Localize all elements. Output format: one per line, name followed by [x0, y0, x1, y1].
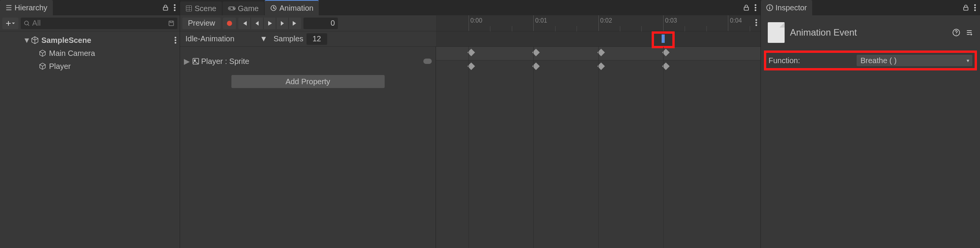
svg-point-15	[755, 7, 757, 9]
inspector-panel: Inspector Animation Event Functi	[761, 0, 980, 248]
svg-point-11	[234, 8, 234, 9]
hierarchy-toolbar	[0, 15, 180, 31]
inspector-body: Animation Event Function: Breathe ( )	[761, 15, 980, 73]
svg-point-3	[174, 10, 176, 11]
grid-icon	[185, 5, 192, 12]
first-frame-button[interactable]	[238, 18, 251, 29]
property-value-pill[interactable]	[423, 59, 432, 64]
clip-dropdown[interactable]: Idle-Animation ▼	[182, 33, 270, 45]
ruler-tick: 0:03	[663, 15, 677, 31]
highlight-function-row: Function: Breathe ( )	[764, 51, 977, 70]
svg-point-16	[755, 10, 757, 11]
svg-point-30	[974, 7, 976, 9]
svg-rect-26	[769, 7, 770, 10]
timeline-ruler[interactable]: 0:000:010:020:030:04	[436, 15, 760, 31]
kebab-icon[interactable]	[174, 37, 177, 44]
clock-icon	[270, 5, 277, 11]
property-label: Player : Sprite	[201, 57, 249, 66]
preset-icon[interactable]	[965, 29, 973, 36]
scene-row[interactable]: ▼ SampleScene	[0, 34, 180, 47]
property-row[interactable]: ▶ Player : Sprite	[180, 54, 436, 68]
svg-rect-28	[964, 7, 968, 10]
samples-input[interactable]: 12	[306, 33, 327, 45]
lock-icon[interactable]	[743, 4, 750, 11]
scene-label: SampleScene	[41, 36, 91, 45]
create-dropdown[interactable]	[2, 18, 18, 29]
svg-point-4	[25, 21, 28, 25]
cube-icon	[38, 62, 47, 70]
svg-point-21	[194, 60, 196, 61]
lock-icon[interactable]	[162, 4, 169, 11]
caret-right-icon: ▶	[184, 57, 190, 66]
kebab-icon[interactable]	[174, 4, 176, 11]
inspector-header: Animation Event	[766, 19, 975, 51]
inspector-tab[interactable]: Inspector	[761, 0, 812, 15]
record-button[interactable]	[223, 18, 236, 29]
prev-key-button[interactable]	[251, 18, 264, 29]
property-list: ▶ Player : Sprite Add Property	[180, 47, 436, 248]
preview-button[interactable]: Preview	[182, 18, 221, 29]
svg-point-31	[974, 10, 976, 11]
inspector-tab-label: Inspector	[775, 3, 807, 12]
next-key-button[interactable]	[276, 18, 289, 29]
list-icon	[5, 4, 12, 11]
sprite-icon	[192, 57, 200, 65]
last-frame-button[interactable]	[289, 18, 301, 29]
tab-game[interactable]: Game	[223, 2, 264, 15]
function-row: Function: Breathe ( )	[769, 54, 972, 67]
hierarchy-search[interactable]	[21, 18, 177, 29]
frame-input[interactable]	[303, 18, 338, 29]
kebab-icon[interactable]	[755, 19, 757, 26]
asset-icon	[768, 22, 785, 43]
hierarchy-tab-label: Hierarchy	[15, 3, 48, 12]
save-search-icon[interactable]	[168, 20, 174, 26]
svg-point-6	[175, 37, 177, 39]
add-property-button[interactable]: Add Property	[231, 75, 385, 88]
gameobject-row[interactable]: Player	[0, 60, 180, 73]
tab-scene[interactable]: Scene	[180, 2, 222, 15]
chevron-down-icon: ▼	[260, 34, 267, 43]
help-icon[interactable]	[952, 29, 960, 36]
svg-rect-5	[169, 21, 174, 26]
gameobject-label: Player	[49, 62, 71, 71]
gameobject-label: Main Camera	[49, 49, 95, 58]
samples-label: Samples	[274, 34, 303, 43]
hierarchy-panel: Hierarchy ▼ SampleScene	[0, 0, 180, 248]
dopesheet[interactable]: 0:000:010:020:030:04	[436, 15, 760, 248]
timeline-area: ▶ Player : Sprite Add Property 0:000:010…	[180, 47, 760, 248]
ruler-tick: 0:04	[728, 15, 742, 31]
function-dropdown[interactable]: Breathe ( )	[857, 55, 972, 66]
svg-point-10	[233, 8, 234, 8]
ruler-tick: 0:01	[533, 15, 547, 31]
svg-point-17	[227, 21, 232, 26]
hierarchy-tab[interactable]: Hierarchy	[0, 0, 53, 15]
clip-name: Idle-Animation	[185, 34, 234, 43]
lock-icon[interactable]	[962, 4, 969, 11]
svg-point-8	[175, 42, 177, 44]
gameobject-row[interactable]: Main Camera	[0, 47, 180, 60]
svg-point-7	[175, 39, 177, 41]
svg-point-22	[755, 19, 757, 21]
ruler-tick: 0:00	[469, 15, 482, 31]
info-icon	[766, 4, 773, 11]
tab-animation[interactable]: Animation	[265, 0, 319, 15]
svg-point-2	[174, 7, 176, 9]
inspector-title: Animation Event	[790, 27, 857, 38]
animation-panel: Scene Game Animation Preview	[180, 0, 761, 248]
play-button[interactable]	[264, 18, 276, 29]
svg-point-27	[769, 6, 770, 7]
tab-label: Animation	[279, 4, 313, 13]
function-label: Function:	[769, 56, 857, 65]
unity-logo-icon	[31, 36, 39, 44]
hierarchy-search-input[interactable]	[32, 19, 166, 28]
svg-point-29	[974, 4, 976, 6]
svg-point-14	[755, 4, 757, 6]
event-track[interactable]	[436, 31, 760, 47]
inspector-tab-bar: Inspector	[761, 0, 980, 15]
svg-rect-13	[744, 7, 748, 10]
highlight-event-marker	[652, 31, 675, 48]
kebab-icon[interactable]	[974, 4, 976, 11]
cube-icon	[38, 49, 47, 57]
kebab-icon[interactable]	[754, 4, 757, 11]
gamepad-icon	[228, 6, 236, 11]
